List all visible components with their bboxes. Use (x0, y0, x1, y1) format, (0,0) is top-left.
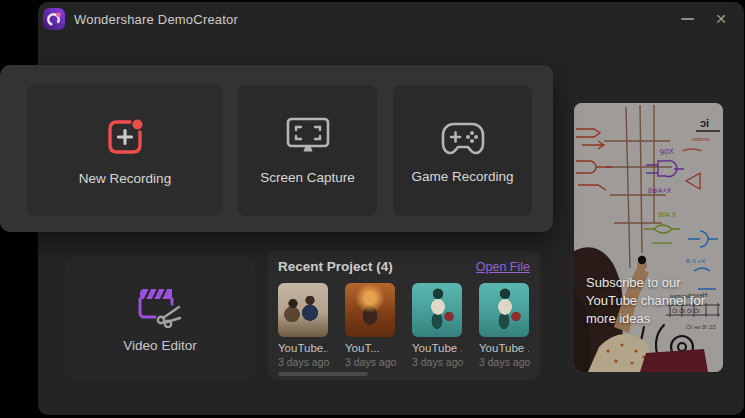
project-age: 3 days ago (412, 356, 462, 368)
new-recording-card[interactable]: New Recording (27, 85, 223, 216)
project-item[interactable]: YouTube .. 3 days ago (479, 283, 529, 368)
app-title: Wondershare DemoCreator (74, 12, 238, 27)
app-logo-icon (43, 8, 65, 30)
project-age: 3 days ago (278, 356, 328, 368)
titlebar: Wondershare DemoCreator ✕ (38, 2, 744, 36)
screen-capture-icon (285, 116, 331, 158)
recent-projects-title: Recent Project (4) (278, 259, 393, 274)
project-name: YouTube... (278, 342, 328, 354)
project-thumbnail (345, 283, 395, 337)
project-age: 3 days ago (345, 356, 395, 368)
project-name: YouTube .. (479, 342, 529, 354)
whiteboard-photo: 90X 8⊕A+X 904 X B·X +X ɔi noitɔnu (574, 103, 723, 372)
recent-projects-panel: Recent Project (4) Open File YouTube... … (268, 250, 540, 380)
new-recording-label: New Recording (79, 171, 171, 186)
game-recording-card[interactable]: Game Recording (393, 85, 532, 216)
promo-text: Subscribe to our YouTube channel for mor… (586, 274, 705, 328)
promo-line: Subscribe to our (586, 274, 705, 292)
promo-line: YouTube channel for (586, 292, 705, 310)
project-thumbnail (278, 283, 328, 337)
game-recording-label: Game Recording (411, 169, 513, 184)
minimize-button[interactable] (674, 6, 700, 32)
project-thumbnail (412, 283, 462, 337)
game-recording-icon (439, 117, 487, 157)
promo-line: more ideas (586, 310, 705, 328)
project-age: 3 days ago (479, 356, 529, 368)
project-item[interactable]: YouT... 3 days ago (345, 283, 395, 368)
video-editor-label: Video Editor (123, 338, 196, 353)
app-screen: Wondershare DemoCreator ✕ Video Edi (0, 0, 745, 418)
screen-capture-card[interactable]: Screen Capture (238, 85, 377, 216)
recording-options-panel: New Recording Screen Capture (0, 65, 553, 232)
window-controls: ✕ (674, 6, 734, 32)
project-item[interactable]: YouTube .. 3 days ago (412, 283, 462, 368)
minimize-icon (681, 18, 694, 20)
promo-banner[interactable]: 90X 8⊕A+X 904 X B·X +X ɔi noitɔnu (574, 103, 723, 372)
close-button[interactable]: ✕ (708, 6, 734, 32)
project-item[interactable]: YouTube... 3 days ago (278, 283, 328, 368)
recent-projects-header: Recent Project (4) Open File (278, 259, 530, 274)
video-editor-icon (135, 280, 185, 328)
recent-projects-list: YouTube... 3 days ago YouT... 3 days ago… (278, 283, 530, 368)
project-name: YouT... (345, 342, 395, 354)
new-recording-icon (103, 115, 147, 159)
project-thumbnail (479, 283, 529, 337)
project-name: YouTube .. (412, 342, 462, 354)
open-file-link[interactable]: Open File (476, 260, 530, 274)
recent-scrollbar[interactable] (278, 372, 368, 376)
video-editor-card[interactable]: Video Editor (65, 254, 255, 379)
screen-capture-label: Screen Capture (260, 170, 355, 185)
